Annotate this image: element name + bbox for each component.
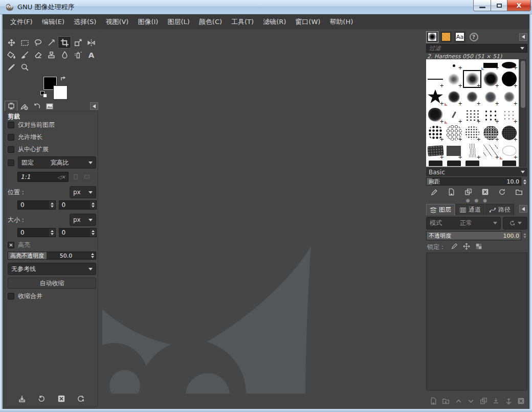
brush-cell-noisedark[interactable]: + — [500, 124, 518, 142]
menu-item-8[interactable]: 滤镜(R) — [258, 14, 291, 29]
brush-cell-blank[interactable] — [463, 59, 481, 70]
brush-scrollbar[interactable] — [520, 59, 526, 167]
brush-cell-scribble[interactable]: + — [463, 142, 481, 159]
add-mask-button[interactable] — [505, 397, 513, 406]
spinner-arrows[interactable] — [522, 177, 527, 187]
lower-layer-button[interactable] — [467, 397, 475, 406]
position-x-spinner[interactable]: 0 — [17, 200, 56, 210]
rectangle-select-tool-button[interactable] — [18, 36, 31, 49]
canvas[interactable] — [100, 29, 425, 409]
brush-cell-star[interactable]: + — [426, 88, 445, 106]
layer-mode-dropdown[interactable]: 模式 正常 — [426, 217, 501, 230]
move-tool-button[interactable] — [5, 36, 18, 49]
airbrush-tool-button[interactable] — [71, 49, 84, 61]
highlight-opacity-slider[interactable]: 高亮不透明度 50.0 — [8, 251, 96, 260]
dock-tab-undo-history[interactable] — [30, 101, 43, 111]
brush-cell-slash[interactable]: + — [445, 106, 463, 124]
measure-tool-button[interactable] — [45, 36, 58, 49]
brush-cell-soft50[interactable]: + — [463, 70, 481, 88]
clear-icon[interactable]: ◁✕ — [57, 174, 65, 180]
dock-collapse-button[interactable] — [519, 205, 527, 213]
brush-set-dropdown[interactable]: Basic — [426, 168, 527, 176]
open-brush-location-button[interactable] — [515, 188, 523, 197]
checkbox-row-shrink-merged[interactable]: 收缩合并 — [8, 292, 42, 301]
brush-cell-hline[interactable]: + — [426, 70, 445, 88]
duplicate-brush-button[interactable] — [464, 188, 472, 197]
brush-cell-blob[interactable]: + — [426, 106, 445, 124]
clone-tool-button[interactable] — [45, 49, 58, 61]
brush-cell-darkcut[interactable] — [500, 159, 518, 166]
brush-cell-ellipse[interactable]: + — [500, 59, 518, 70]
menu-item-5[interactable]: 图层(L) — [163, 14, 194, 29]
menu-item-3[interactable]: 视图(V) — [101, 14, 133, 29]
brush-cell-sticks[interactable]: + — [481, 142, 500, 159]
size-width-spinner[interactable]: 0 — [17, 228, 56, 237]
text-tool-button[interactable]: A — [84, 49, 98, 61]
guides-dropdown[interactable]: 无参考线 — [8, 263, 96, 275]
position-unit-dropdown[interactable]: px — [70, 186, 96, 198]
merge-down-button[interactable] — [492, 397, 500, 406]
brush-cell-bar[interactable]: + — [481, 59, 500, 70]
bucket-fill-tool-button[interactable] — [5, 49, 18, 61]
new-brush-button[interactable] — [448, 188, 455, 197]
checkbox[interactable] — [8, 146, 14, 153]
lock-position-icon[interactable] — [463, 243, 470, 251]
brush-cell-circle[interactable]: + — [500, 70, 518, 88]
brush-cell-splat[interactable]: + — [445, 88, 463, 106]
fixed-dropdown[interactable]: 固定 宽高比 — [18, 156, 96, 169]
tab-paths[interactable]: 路径 — [485, 204, 514, 215]
brush-cell-specks[interactable]: + — [463, 106, 481, 124]
aspect-ratio-input[interactable]: 1:1 ◁✕ — [17, 172, 69, 182]
auto-shrink-button[interactable]: 自动收缩 — [8, 278, 96, 289]
spinner-arrows[interactable] — [90, 201, 96, 209]
spinner-arrows[interactable] — [90, 252, 96, 259]
checkbox[interactable] — [8, 293, 14, 300]
brush-cell-sparse[interactable]: + — [500, 106, 518, 124]
brush-filter-input[interactable]: 过滤 — [426, 44, 527, 53]
tab-channels[interactable]: 通道 — [456, 204, 484, 215]
position-y-spinner[interactable]: 0 — [59, 200, 97, 210]
brush-cell-texdense[interactable]: + — [445, 142, 463, 159]
brush-cell-blank[interactable] — [481, 159, 500, 166]
brush-cell-texrect[interactable]: + — [426, 142, 445, 159]
spinner-arrows[interactable] — [90, 228, 96, 237]
brush-cell-blank[interactable] — [426, 59, 445, 70]
brush-cell-dots[interactable]: + — [481, 106, 500, 124]
reset-options-button[interactable] — [77, 395, 85, 404]
fixed-checkbox[interactable] — [8, 159, 14, 166]
tab-layers[interactable]: 图层 — [426, 204, 455, 215]
color-picker-tool-button[interactable] — [5, 61, 18, 73]
brush-cell-dot[interactable]: + — [445, 59, 463, 70]
brush-cell-darkcut[interactable] — [426, 159, 445, 166]
duplicate-layer-button[interactable] — [480, 397, 487, 406]
brush-cell-darkcut[interactable] — [445, 159, 463, 166]
restore-options-button[interactable] — [37, 395, 46, 404]
dock-tab-images[interactable] — [43, 101, 56, 111]
minimize-button[interactable] — [473, 0, 491, 11]
layer-list[interactable] — [426, 253, 527, 391]
zoom-tool-button[interactable] — [18, 61, 31, 73]
delete-layer-button[interactable] — [517, 397, 525, 406]
maximize-button[interactable] — [491, 0, 507, 11]
lock-alpha-icon[interactable] — [475, 243, 482, 251]
checkbox[interactable] — [8, 122, 14, 128]
menu-item-9[interactable]: 窗口(W) — [291, 14, 325, 29]
dock-tab-tool-options[interactable] — [5, 101, 17, 111]
smudge-tool-button[interactable] — [58, 49, 71, 61]
brush-cell-darkcut[interactable] — [463, 159, 481, 166]
scrollbar-thumb[interactable] — [521, 61, 525, 108]
brush-cell-splat2[interactable]: + — [463, 88, 481, 106]
brush-cell-noise[interactable]: + — [481, 124, 500, 142]
brush-cell-honey[interactable]: + — [445, 124, 463, 142]
portrait-icon[interactable] — [71, 173, 80, 181]
menu-item-0[interactable]: 文件(F) — [6, 14, 37, 29]
brush-cell-soft25[interactable]: + — [445, 70, 463, 88]
new-layer-button[interactable] — [430, 397, 437, 406]
menu-item-4[interactable]: 图像(I) — [133, 14, 163, 29]
tab-patterns[interactable] — [440, 31, 452, 43]
dock-collapse-button[interactable] — [519, 33, 527, 41]
brush-cell-splat4[interactable]: + — [500, 88, 518, 106]
size-height-spinner[interactable]: 0 — [59, 228, 97, 237]
checkbox-row-expand-from-center[interactable]: 从中心扩展 — [8, 145, 49, 154]
delete-options-button[interactable] — [57, 395, 65, 404]
